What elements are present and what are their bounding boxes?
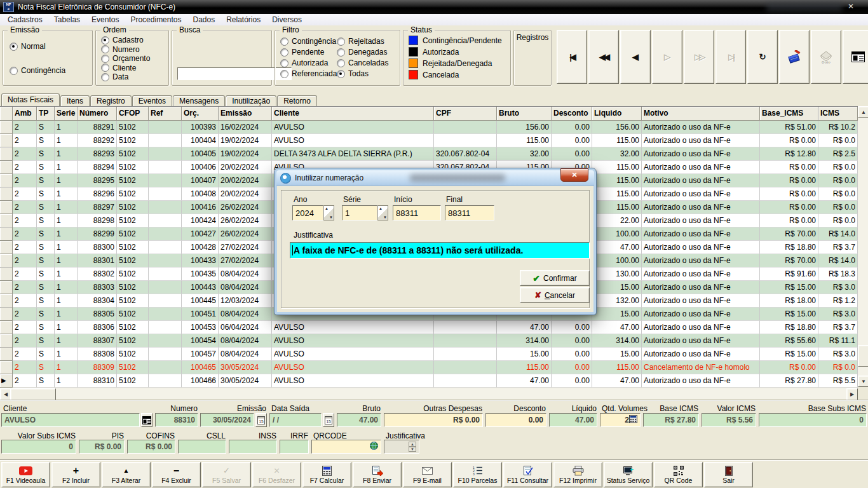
cell[interactable]: 5102	[117, 254, 149, 268]
refresh-button[interactable]: ↻	[747, 30, 778, 84]
cell[interactable]: 115.00	[592, 361, 642, 374]
cell[interactable]: 100416	[182, 201, 219, 214]
cell[interactable]: 0.00	[552, 134, 592, 147]
cell[interactable]: S	[37, 134, 55, 147]
radio-filtro-autorizada[interactable]: Autorizada	[280, 58, 328, 67]
cell[interactable]	[149, 201, 182, 214]
cell[interactable]: 2	[13, 374, 37, 388]
cell[interactable]: Autorizado o uso da NF-e	[642, 254, 760, 268]
justificativa-field[interactable]: ▲▼	[384, 440, 419, 454]
cell[interactable]: 100443	[182, 281, 219, 294]
radio-filtro-referenciadas[interactable]: Referenciadas	[280, 69, 341, 78]
cell[interactable]: S	[37, 241, 55, 254]
cell[interactable]: DELTA 3473 ALFA DELTA SIERRA (P.R.)	[272, 147, 434, 161]
final-input[interactable]: 88311	[445, 205, 494, 220]
cell[interactable]	[434, 348, 497, 361]
action-f11-consultar-button[interactable]: F11 Consultar	[503, 462, 552, 487]
cell[interactable]: Autorizado o uso da NF-e	[642, 374, 760, 388]
cell[interactable]: 5102	[117, 121, 149, 134]
invoice-row-88306[interactable]: 2S188306510210045306/04/2024AVULSO47.000…	[0, 321, 858, 334]
cell[interactable]: 2	[13, 174, 37, 187]
cell[interactable]: 32.00	[592, 147, 642, 161]
cell[interactable]: 2	[13, 241, 37, 254]
cell[interactable]: 1	[55, 334, 78, 348]
cell[interactable]: 0.00	[552, 321, 592, 334]
cofins-field[interactable]: R$ 0.00	[127, 440, 175, 454]
dialog-title-bar[interactable]: Inutilizar numeração	[276, 170, 594, 186]
cell[interactable]: 0.00	[552, 348, 592, 361]
nav-last-button[interactable]: ▷|	[715, 30, 746, 84]
cell[interactable]: 88293	[78, 147, 117, 161]
cell[interactable]: 1	[55, 268, 78, 281]
cell[interactable]: 115.00	[592, 174, 642, 187]
nav-next-button[interactable]: ▷	[652, 30, 682, 84]
cell[interactable]: 314.00	[592, 334, 642, 348]
cell[interactable]: 1	[55, 147, 78, 161]
radio-filtro-canceladas[interactable]: Canceladas	[337, 58, 388, 67]
cell[interactable]: 5102	[117, 268, 149, 281]
column-header-bruto[interactable]: Bruto	[497, 107, 552, 121]
cell[interactable]: R$ 5.5	[818, 374, 858, 388]
cell[interactable]: R$ 18.80	[760, 321, 818, 334]
cell[interactable]: 1	[55, 281, 78, 294]
inicio-input[interactable]: 88311	[393, 205, 441, 220]
cell[interactable]: 1	[55, 308, 78, 321]
invoice-row-88291[interactable]: 2S188291510210039316/02/2024AVULSO156.00…	[0, 121, 858, 134]
cell[interactable]: 2	[13, 308, 37, 321]
cell[interactable]: 5102	[117, 187, 149, 201]
cell[interactable]: 88297	[78, 201, 117, 214]
cell[interactable]: 100466	[182, 374, 219, 388]
cell[interactable]: 88298	[78, 214, 117, 227]
cell[interactable]: 2	[13, 214, 37, 227]
cell[interactable]: 5102	[117, 201, 149, 214]
cell[interactable]: R$ 0.0	[818, 201, 858, 214]
menu-item-eventos[interactable]: Eventos	[86, 15, 125, 25]
cell[interactable]	[149, 294, 182, 308]
cell[interactable]: 2	[13, 134, 37, 147]
cell[interactable]: R$ 55.60	[760, 334, 818, 348]
scroll-down-icon[interactable]: ▼	[858, 376, 868, 387]
cell[interactable]: 27/02/2024	[219, 254, 272, 268]
cell[interactable]: Autorizado o uso da NF-e	[642, 241, 760, 254]
cell[interactable]: 0.00	[552, 334, 592, 348]
cell[interactable]: R$ 51.00	[760, 121, 818, 134]
cell[interactable]: 88299	[78, 227, 117, 241]
cell[interactable]	[149, 227, 182, 241]
cell[interactable]: 100451	[182, 308, 219, 321]
cell[interactable]: 156.00	[592, 121, 642, 134]
cell[interactable]: 20/02/2024	[219, 187, 272, 201]
cell[interactable]: R$ 0.00	[760, 174, 818, 187]
cell[interactable]: 0.00	[552, 361, 592, 374]
cell[interactable]: 26/02/2024	[219, 201, 272, 214]
cell[interactable]: 47.00	[497, 374, 552, 388]
action-f12-imprimir-button[interactable]: F12 Imprimir	[553, 462, 602, 487]
cell[interactable]: R$ 0.00	[760, 187, 818, 201]
cell[interactable]	[149, 334, 182, 348]
cell[interactable]: R$ 0.00	[760, 161, 818, 174]
cell[interactable]: 08/04/2024	[219, 281, 272, 294]
cell[interactable]: R$ 15.00	[760, 308, 818, 321]
column-header-tp[interactable]: TP	[37, 107, 55, 121]
column-header-liquido[interactable]: Liquido	[592, 107, 642, 121]
cell[interactable]: Autorizado o uso da NF-e	[642, 174, 760, 187]
column-header-numero[interactable]: Número	[78, 107, 117, 121]
cell[interactable]: 22.00	[592, 214, 642, 227]
cell[interactable]: 100406	[182, 161, 219, 174]
invoice-row-88309[interactable]: 2S188309510210046530/05/2024AVULSO115.00…	[0, 361, 858, 374]
cell[interactable]: 2	[13, 161, 37, 174]
cell[interactable]	[149, 134, 182, 147]
cell[interactable]: 2	[13, 227, 37, 241]
cell[interactable]: 19/02/2024	[219, 147, 272, 161]
cell[interactable]: S	[37, 201, 55, 214]
cell[interactable]	[149, 187, 182, 201]
emissao-field[interactable]: 30/05/2024	[200, 413, 254, 427]
cell[interactable]: 27/02/2024	[219, 241, 272, 254]
cell[interactable]: S	[37, 174, 55, 187]
column-header-orc[interactable]: Orç.	[182, 107, 219, 121]
desconto-field[interactable]: 0.00	[485, 413, 546, 427]
cell[interactable]: R$ 0.0	[818, 214, 858, 227]
cell[interactable]: 08/04/2024	[219, 308, 272, 321]
cell[interactable]: R$ 0.0	[818, 134, 858, 147]
action-f2-incluir-button[interactable]: + F2 Incluir	[51, 462, 100, 487]
cell[interactable]: 1	[55, 134, 78, 147]
